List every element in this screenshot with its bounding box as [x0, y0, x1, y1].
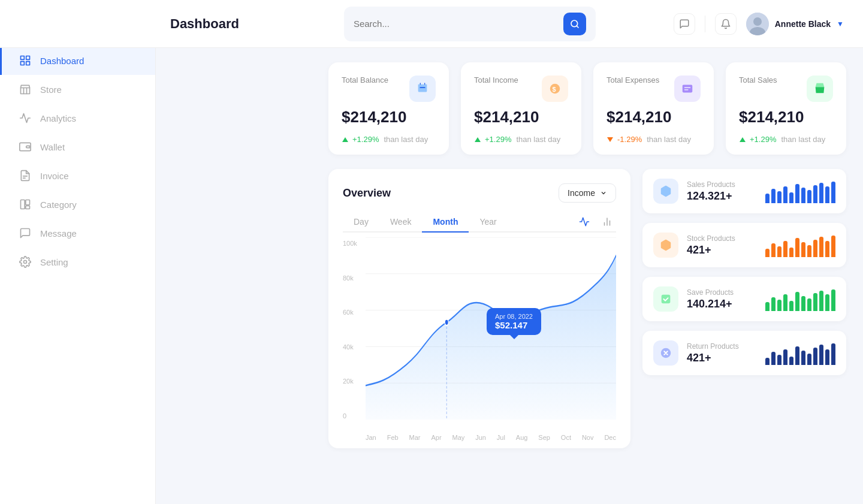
svg-text:$: $: [552, 86, 556, 93]
bar-segment: [783, 241, 787, 257]
stat-card-header-1: Total Income $: [474, 76, 568, 102]
product-value-2: 140.214+: [687, 298, 757, 310]
sidebar-item-wallet[interactable]: Wallet: [0, 132, 155, 161]
stat-label-0: Total Balance: [342, 76, 388, 84]
bar-chart-icon[interactable]: [598, 213, 616, 231]
bar-segment: [777, 191, 781, 203]
stat-cards: Total Balance $214,210 +1.29% than last …: [328, 62, 846, 155]
message-icon: [19, 227, 32, 240]
sidebar-item-label: Dashboard: [40, 56, 84, 66]
bar-segment: [819, 345, 823, 365]
bar-segment: [831, 343, 835, 365]
mini-bar-chart-3: [765, 341, 835, 365]
mini-bar-chart-1: [765, 233, 835, 257]
income-dropdown-label: Income: [568, 188, 595, 198]
chart-icons: [575, 213, 616, 231]
product-icon-3: [653, 340, 678, 366]
svg-rect-0: [21, 56, 25, 60]
bar-segment: [801, 351, 805, 365]
bar-segment: [777, 300, 781, 311]
y-label-20k: 20k: [343, 378, 357, 385]
bar-segment: [813, 240, 817, 257]
search-input[interactable]: [354, 19, 557, 29]
user-area[interactable]: Annette Black ▼: [746, 13, 844, 35]
mini-bar-chart-0: [765, 179, 835, 203]
x-label-nov: Nov: [582, 434, 594, 441]
sidebar-item-store[interactable]: Store: [0, 75, 155, 104]
tab-row: DayWeekMonthYear: [343, 212, 616, 233]
setting-icon: [19, 255, 32, 268]
product-card-0: Sales Products 124.321+: [642, 169, 846, 213]
sidebar-item-dashboard[interactable]: Dashboard: [0, 46, 155, 75]
nav-items: Dashboard Store Analytics Wallet Invoice…: [0, 40, 155, 504]
tab-day[interactable]: Day: [343, 212, 379, 233]
x-label-sep: Sep: [538, 434, 550, 441]
sidebar-item-invoice[interactable]: Invoice: [0, 161, 155, 190]
x-label-dec: Dec: [604, 434, 616, 441]
x-axis-labels: JanFebMarAprMayJunJulAugSepOctNovDec: [366, 434, 616, 441]
stat-card-3: Total Sales $214,210 +1.29% than last da…: [726, 62, 846, 155]
search-button[interactable]: [563, 13, 586, 35]
product-name-2: Save Products: [687, 288, 757, 297]
topbar-actions: Annette Black ▼: [674, 13, 844, 35]
product-info-3: Return Products 421+: [687, 342, 757, 364]
overview-title: Overview: [343, 187, 391, 200]
line-chart-icon[interactable]: [575, 213, 593, 231]
svg-marker-20: [475, 137, 481, 142]
svg-point-10: [24, 261, 27, 264]
main-content: Total Balance $214,210 +1.29% than last …: [312, 48, 863, 504]
stat-label-2: Total Expenses: [606, 76, 659, 84]
dashboard-icon: [19, 54, 32, 67]
sidebar-item-category[interactable]: Category: [0, 190, 155, 219]
stat-label-3: Total Sales: [739, 76, 777, 84]
bar-segment: [819, 183, 823, 203]
x-label-feb: Feb: [387, 434, 399, 441]
bar-segment: [825, 241, 829, 257]
bar-segment: [801, 296, 805, 311]
x-label-jan: Jan: [366, 434, 376, 441]
bar-segment: [801, 188, 805, 203]
notification-icon-btn[interactable]: [715, 13, 737, 35]
product-info-0: Sales Products 124.321+: [687, 180, 757, 203]
x-label-jul: Jul: [497, 434, 505, 441]
topbar-divider: [705, 16, 705, 32]
y-axis-labels: 100k 80k 60k 40k 20k 0: [343, 240, 357, 420]
bar-segment: [777, 246, 781, 257]
tab-week[interactable]: Week: [379, 212, 423, 233]
chart-container: 100k 80k 60k 40k 20k 0: [343, 237, 616, 441]
bar-segment: [777, 355, 781, 365]
sidebar-item-label: Wallet: [40, 142, 65, 152]
bar-segment: [807, 245, 811, 257]
x-label-apr: Apr: [431, 434, 441, 441]
stat-change-pct-3: +1.29%: [750, 135, 776, 144]
stat-value-1: $214,210: [474, 108, 568, 126]
area-chart-svg: [366, 237, 616, 420]
income-dropdown[interactable]: Income: [559, 183, 616, 203]
sidebar-item-message[interactable]: Message: [0, 219, 155, 248]
sidebar-item-setting[interactable]: Setting: [0, 248, 155, 276]
stat-icon-1: $: [542, 76, 568, 102]
bar-segment: [795, 346, 799, 365]
bar-segment: [831, 236, 835, 257]
svg-rect-36: [662, 295, 671, 304]
product-icon-0: [653, 179, 678, 204]
wallet-icon: [19, 140, 32, 153]
sidebar-item-label: Store: [40, 84, 62, 95]
bar-segment: [783, 294, 787, 311]
svg-rect-9: [26, 206, 30, 209]
bar-segment: [789, 192, 793, 203]
bar-segment: [807, 298, 811, 311]
bar-segment: [819, 291, 823, 311]
stat-change-label-3: than last day: [781, 135, 825, 144]
stat-card-header-2: Total Expenses: [606, 76, 701, 102]
avatar: [746, 13, 769, 35]
message-icon-btn[interactable]: [674, 13, 695, 35]
page-title: Dashboard: [170, 16, 266, 32]
stat-value-2: $214,210: [606, 108, 701, 126]
product-info-2: Save Products 140.214+: [687, 288, 757, 310]
tab-month[interactable]: Month: [422, 212, 469, 233]
product-value-1: 421+: [687, 244, 757, 256]
tab-year[interactable]: Year: [469, 212, 507, 233]
bar-segment: [789, 248, 793, 257]
sidebar-item-analytics[interactable]: Analytics: [0, 104, 155, 132]
